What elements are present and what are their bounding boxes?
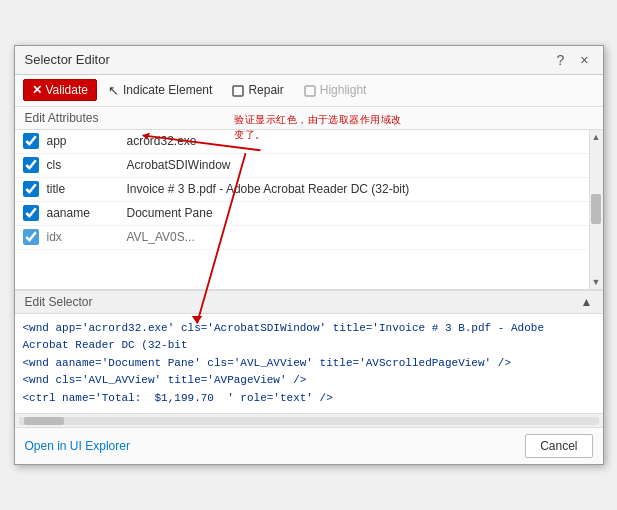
indicate-label: Indicate Element xyxy=(123,83,212,97)
attr-checkbox-title[interactable] xyxy=(23,181,39,197)
title-bar: Selector Editor ? × xyxy=(15,46,603,75)
repair-icon xyxy=(232,83,244,97)
attr-value-idx: AVL_AV0S... xyxy=(127,230,595,244)
selector-line-3: <wnd cls='AVL_AVView' title='AVPageView'… xyxy=(23,372,595,390)
selector-header: Edit Selector ▲ xyxy=(15,291,603,314)
table-row: idx AVL_AV0S... xyxy=(15,226,603,250)
attr-name-idx: idx xyxy=(47,230,127,244)
svg-rect-1 xyxy=(305,86,315,96)
toolbar: ✕ Validate ↖ Indicate Element Repair Hig… xyxy=(15,75,603,107)
scroll-up-arrow[interactable]: ▲ xyxy=(590,130,603,144)
help-button[interactable]: ? xyxy=(553,52,569,68)
validate-button[interactable]: ✕ Validate xyxy=(23,79,97,101)
attributes-table: app acrord32.exe cls AcrobatSDIWindow ti… xyxy=(15,130,603,290)
selector-content[interactable]: <wnd app='acrord32.exe' cls='AcrobatSDIW… xyxy=(15,314,603,414)
highlight-label: Highlight xyxy=(320,83,367,97)
dialog-title: Selector Editor xyxy=(25,52,110,67)
attr-checkbox-app[interactable] xyxy=(23,133,39,149)
close-button[interactable]: × xyxy=(576,52,592,68)
validate-x-icon: ✕ xyxy=(32,83,42,97)
repair-button[interactable]: Repair xyxy=(223,79,292,101)
cancel-button[interactable]: Cancel xyxy=(525,434,592,458)
attr-value-cls: AcrobatSDIWindow xyxy=(127,158,595,172)
selector-editor-dialog: Selector Editor ? × ✕ Validate ↖ Indicat… xyxy=(14,45,604,466)
attr-name-cls: cls xyxy=(47,158,127,172)
edit-selector-label: Edit Selector xyxy=(25,295,93,309)
horizontal-scrollbar[interactable] xyxy=(15,413,603,427)
footer-buttons: Cancel xyxy=(525,434,592,458)
attr-checkbox-idx[interactable] xyxy=(23,229,39,245)
attr-name-aaname: aaname xyxy=(47,206,127,220)
scroll-thumb[interactable] xyxy=(591,194,601,224)
selector-collapse-button[interactable]: ▲ xyxy=(581,295,593,309)
main-content-area: 验证显示红色，由于选取器作用域改变了。 Edit Attributes app … xyxy=(15,107,603,428)
indicate-cursor-icon: ↖ xyxy=(108,83,119,98)
selector-line-1: <wnd app='acrord32.exe' cls='AcrobatSDIW… xyxy=(23,320,595,355)
highlight-icon xyxy=(304,83,316,97)
table-row: app acrord32.exe xyxy=(15,130,603,154)
h-scroll-thumb[interactable] xyxy=(24,417,64,425)
repair-label: Repair xyxy=(248,83,283,97)
scroll-down-arrow[interactable]: ▼ xyxy=(590,275,603,289)
h-scroll-track xyxy=(19,417,599,425)
attr-value-aaname: Document Pane xyxy=(127,206,595,220)
attr-value-app: acrord32.exe xyxy=(127,134,595,148)
selector-section: Edit Selector ▲ <wnd app='acrord32.exe' … xyxy=(15,290,603,428)
attr-value-title: Invoice # 3 B.pdf - Adobe Acrobat Reader… xyxy=(127,182,595,196)
open-in-ui-explorer-link[interactable]: Open in UI Explorer xyxy=(25,439,130,453)
table-row: cls AcrobatSDIWindow xyxy=(15,154,603,178)
attr-name-title: title xyxy=(47,182,127,196)
highlight-button[interactable]: Highlight xyxy=(295,79,376,101)
selector-line-2: <wnd aaname='Document Pane' cls='AVL_AVV… xyxy=(23,355,595,373)
indicate-element-button[interactable]: ↖ Indicate Element xyxy=(99,79,221,102)
validate-label: Validate xyxy=(46,83,88,97)
edit-attributes-label: Edit Attributes xyxy=(15,107,603,130)
attr-checkbox-cls[interactable] xyxy=(23,157,39,173)
attributes-scrollbar[interactable]: ▲ ▼ xyxy=(589,130,603,289)
attr-checkbox-aaname[interactable] xyxy=(23,205,39,221)
table-row: title Invoice # 3 B.pdf - Adobe Acrobat … xyxy=(15,178,603,202)
title-bar-controls: ? × xyxy=(553,52,593,68)
attr-name-app: app xyxy=(47,134,127,148)
svg-rect-0 xyxy=(233,86,243,96)
table-row: aaname Document Pane xyxy=(15,202,603,226)
selector-line-4: <ctrl name='Total: $1,199.70 ' role='tex… xyxy=(23,390,595,408)
footer: Open in UI Explorer Cancel xyxy=(15,427,603,464)
